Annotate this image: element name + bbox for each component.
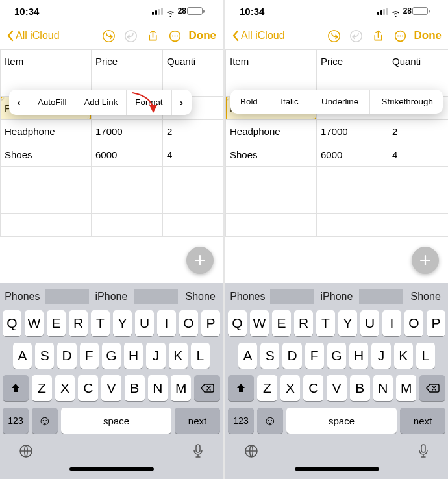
key-a[interactable]: A (238, 343, 257, 369)
home-indicator[interactable] (0, 467, 223, 479)
done-button[interactable]: Done (186, 29, 217, 42)
col-header[interactable]: Quanti (163, 50, 223, 73)
suggestion[interactable]: Shone (178, 283, 223, 310)
key-r[interactable]: R (69, 310, 88, 336)
more-button[interactable] (390, 25, 412, 47)
next-key[interactable]: next (175, 408, 220, 434)
key-k[interactable]: K (169, 343, 188, 369)
done-button[interactable]: Done (412, 29, 442, 42)
key-h[interactable]: H (349, 343, 368, 369)
key-p[interactable]: P (201, 310, 220, 336)
key-f[interactable]: F (80, 343, 99, 369)
key-e[interactable]: E (47, 310, 66, 336)
cell[interactable]: 17000 (92, 120, 163, 143)
table[interactable]: Item Price Quanti Phone 90000 1 Headphon… (225, 49, 448, 237)
key-m[interactable]: M (396, 375, 416, 401)
format-italic[interactable]: Italic (272, 90, 306, 114)
key-d[interactable]: D (57, 343, 76, 369)
selection-handle-top-left[interactable] (226, 97, 230, 101)
context-menu-next[interactable]: › (172, 90, 192, 115)
context-menu-add-link[interactable]: Add Link (75, 90, 126, 115)
undo-button[interactable] (98, 25, 120, 47)
globe-icon[interactable] (18, 443, 34, 461)
context-menu-autofill[interactable]: AutoFill (29, 90, 75, 115)
add-button[interactable] (412, 247, 439, 274)
undo-button[interactable] (323, 25, 345, 47)
table[interactable]: Item Price Quanti Phone 90000 1 Headphon… (0, 49, 223, 237)
shift-key[interactable] (3, 375, 29, 401)
home-indicator[interactable] (225, 467, 448, 479)
suggestion[interactable]: Phones (0, 283, 45, 310)
space-key[interactable]: space (61, 408, 171, 434)
context-menu-format[interactable]: Format (127, 90, 171, 115)
space-key[interactable]: space (286, 408, 397, 434)
cell[interactable]: Shoes (226, 143, 317, 167)
cell[interactable]: Headphone (226, 120, 317, 143)
back-button[interactable]: All iCloud (6, 30, 60, 42)
key-v[interactable]: V (101, 375, 121, 401)
next-key[interactable]: next (400, 408, 445, 434)
key-x[interactable]: X (280, 375, 301, 401)
cell[interactable]: Shoes (1, 143, 92, 167)
selection-handle-bottom-right[interactable] (88, 116, 92, 120)
col-header[interactable]: Item (1, 50, 92, 73)
globe-icon[interactable] (243, 443, 259, 461)
suggestion[interactable]: iPhone (89, 283, 134, 310)
key-z[interactable]: Z (257, 375, 277, 401)
key-q[interactable]: Q (228, 310, 247, 336)
selection-handle-top-left[interactable] (1, 97, 5, 101)
key-n[interactable]: N (373, 375, 393, 401)
key-j[interactable]: J (371, 343, 390, 369)
key-t[interactable]: T (316, 310, 335, 336)
key-n[interactable]: N (148, 375, 168, 401)
key-i[interactable]: I (382, 310, 401, 336)
suggestion[interactable]: Shone (403, 283, 448, 310)
cell[interactable]: 2 (163, 120, 223, 143)
add-button[interactable] (186, 247, 214, 274)
key-o[interactable]: O (179, 310, 198, 336)
key-m[interactable]: M (171, 375, 191, 401)
key-i[interactable]: I (157, 310, 176, 336)
key-r[interactable]: R (294, 310, 313, 336)
suggestion[interactable]: iPhone (314, 283, 359, 310)
cell[interactable]: 6000 (317, 143, 388, 167)
col-header[interactable]: Item (226, 50, 317, 73)
redo-button[interactable] (345, 25, 367, 47)
format-bold[interactable]: Bold (232, 90, 266, 114)
key-p[interactable]: P (427, 310, 445, 336)
emoji-key[interactable]: ☺ (257, 408, 283, 434)
key-b[interactable]: B (125, 375, 145, 401)
key-c[interactable]: C (303, 375, 323, 401)
format-underline[interactable]: Underline (313, 90, 367, 114)
backspace-key[interactable] (419, 375, 445, 401)
context-menu-prev[interactable]: ‹ (9, 90, 29, 115)
share-button[interactable] (142, 25, 164, 47)
key-h[interactable]: H (124, 343, 143, 369)
emoji-key[interactable]: ☺ (32, 408, 58, 434)
key-g[interactable]: G (102, 343, 121, 369)
key-y[interactable]: Y (113, 310, 132, 336)
cell[interactable]: Headphone (1, 120, 92, 143)
key-w[interactable]: W (25, 310, 44, 336)
key-l[interactable]: L (416, 343, 435, 369)
key-l[interactable]: L (191, 343, 210, 369)
key-o[interactable]: O (404, 310, 423, 336)
suggestion[interactable]: Phones (225, 283, 270, 310)
key-u[interactable]: U (360, 310, 379, 336)
key-t[interactable]: T (91, 310, 110, 336)
key-c[interactable]: C (78, 375, 98, 401)
mic-icon[interactable] (192, 443, 205, 461)
key-u[interactable]: U (135, 310, 154, 336)
cell[interactable]: 4 (388, 143, 449, 167)
key-d[interactable]: D (282, 343, 301, 369)
key-s[interactable]: S (35, 343, 54, 369)
more-button[interactable] (164, 25, 186, 47)
cell[interactable]: 17000 (317, 120, 388, 143)
key-w[interactable]: W (250, 310, 269, 336)
mic-icon[interactable] (417, 443, 430, 461)
key-b[interactable]: B (350, 375, 370, 401)
col-header[interactable]: Price (92, 50, 163, 73)
key-z[interactable]: Z (32, 375, 52, 401)
backspace-key[interactable] (194, 375, 220, 401)
key-y[interactable]: Y (338, 310, 357, 336)
